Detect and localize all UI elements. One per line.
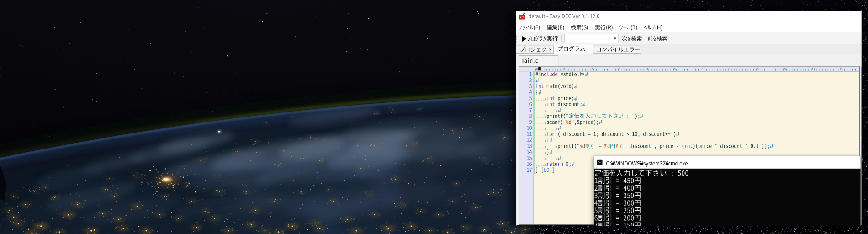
svg-text:C:¥WINDOWS¥system32¥cmd.exe: C:¥WINDOWS¥system32¥cmd.exe bbox=[606, 160, 688, 167]
